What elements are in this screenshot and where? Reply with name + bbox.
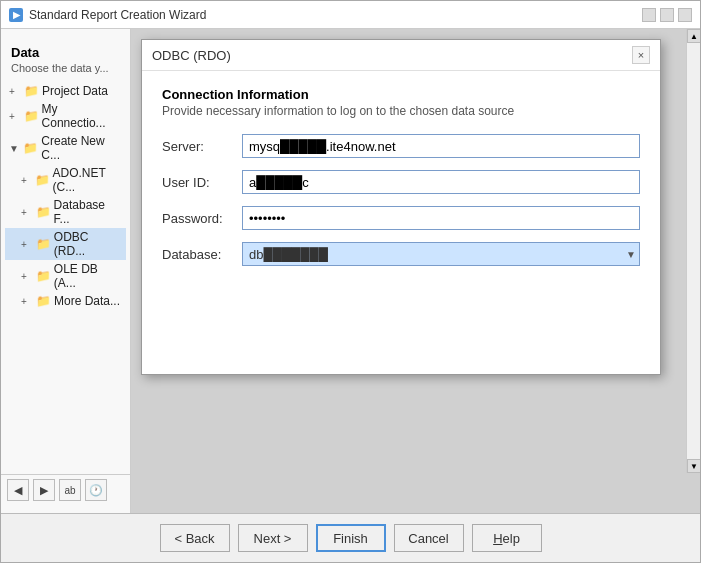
left-panel: Data Choose the data y... + 📁 Project Da… <box>1 29 131 513</box>
tree-label: OLE DB (A... <box>54 262 122 290</box>
tree-expander: + <box>21 239 33 250</box>
modal-spacer <box>162 278 640 358</box>
tree-label: ODBC (RD... <box>54 230 122 258</box>
section-title: Connection Information <box>162 87 640 102</box>
folder-icon: 📁 <box>36 269 51 283</box>
userid-input[interactable] <box>242 170 640 194</box>
tree-item-my-connections[interactable]: + 📁 My Connectio... <box>5 100 126 132</box>
tree-label: My Connectio... <box>42 102 122 130</box>
section-subtitle: Provide necessary information to log on … <box>162 104 640 118</box>
folder-icon: 📁 <box>36 237 51 251</box>
tree-expander: + <box>21 271 33 282</box>
tree-expander: + <box>21 296 33 307</box>
maximize-button[interactable] <box>660 8 674 22</box>
modal-body: Connection Information Provide necessary… <box>142 71 660 374</box>
folder-icon: 📁 <box>24 109 39 123</box>
tree-expander: + <box>21 207 33 218</box>
left-panel-header: Data Choose the data y... <box>1 37 130 78</box>
left-panel-subtitle: Choose the data y... <box>11 62 120 74</box>
userid-row: User ID: <box>162 170 640 194</box>
tree-item-more-data[interactable]: + 📁 More Data... <box>5 292 126 310</box>
folder-icon: 📁 <box>23 141 38 155</box>
folder-icon: 📁 <box>36 205 51 219</box>
server-label: Server: <box>162 139 242 154</box>
wizard-body: Data Choose the data y... + 📁 Project Da… <box>1 29 700 513</box>
left-panel-title: Data <box>11 45 120 60</box>
wizard-title: Standard Report Creation Wizard <box>29 8 636 22</box>
tree-item-database-files[interactable]: + 📁 Database F... <box>5 196 126 228</box>
left-toolbar: ◀ ▶ ab 🕐 <box>1 474 130 505</box>
tree-expander: ▼ <box>9 143 20 154</box>
tree-label: Create New C... <box>41 134 122 162</box>
minimize-button[interactable] <box>642 8 656 22</box>
wizard-titlebar: ▶ Standard Report Creation Wizard <box>1 1 700 29</box>
toolbar-clock-btn[interactable]: 🕐 <box>85 479 107 501</box>
tree-item-oledb[interactable]: + 📁 OLE DB (A... <box>5 260 126 292</box>
database-select[interactable]: db███████ <box>242 242 640 266</box>
folder-icon: 📁 <box>24 84 39 98</box>
userid-label: User ID: <box>162 175 242 190</box>
right-scrollbar[interactable]: ▲ ▼ <box>686 29 700 473</box>
database-row: Database: db███████ ▼ <box>162 242 640 266</box>
tree-label: Project Data <box>42 84 108 98</box>
tree-expander: + <box>9 86 21 97</box>
close-button[interactable] <box>678 8 692 22</box>
toolbar-forward-btn[interactable]: ▶ <box>33 479 55 501</box>
data-source-tree: + 📁 Project Data + 📁 My Connectio... ▼ 📁… <box>1 78 130 474</box>
modal-titlebar: ODBC (RDO) × <box>142 40 660 71</box>
folder-icon: 📁 <box>35 173 50 187</box>
cancel-button[interactable]: Cancel <box>394 524 464 552</box>
bottom-bar: < Back Next > Finish Cancel Help <box>1 513 700 562</box>
help-button[interactable]: Help <box>472 524 542 552</box>
modal-overlay: ODBC (RDO) × Connection Information Prov… <box>131 29 700 513</box>
modal-close-button[interactable]: × <box>632 46 650 64</box>
tree-item-adonet[interactable]: + 📁 ADO.NET (C... <box>5 164 126 196</box>
database-select-wrapper: db███████ ▼ <box>242 242 640 266</box>
tree-item-odbc[interactable]: + 📁 ODBC (RD... <box>5 228 126 260</box>
tree-item-project-data[interactable]: + 📁 Project Data <box>5 82 126 100</box>
back-button[interactable]: < Back <box>160 524 230 552</box>
tree-label: More Data... <box>54 294 120 308</box>
password-row: Password: <box>162 206 640 230</box>
next-button[interactable]: Next > <box>238 524 308 552</box>
scroll-down-button[interactable]: ▼ <box>687 459 700 473</box>
tree-label: ADO.NET (C... <box>53 166 122 194</box>
tree-label: Database F... <box>54 198 122 226</box>
wizard-icon: ▶ <box>9 8 23 22</box>
main-content: ODBC (RDO) × Connection Information Prov… <box>131 29 700 513</box>
password-input[interactable] <box>242 206 640 230</box>
modal-title: ODBC (RDO) <box>152 48 231 63</box>
tree-expander: + <box>21 175 32 186</box>
wizard-window: ▶ Standard Report Creation Wizard Data C… <box>0 0 701 563</box>
scroll-track <box>687 43 700 459</box>
tree-item-create-new[interactable]: ▼ 📁 Create New C... <box>5 132 126 164</box>
password-label: Password: <box>162 211 242 226</box>
finish-button[interactable]: Finish <box>316 524 386 552</box>
server-input[interactable] <box>242 134 640 158</box>
folder-icon: 📁 <box>36 294 51 308</box>
tree-expander: + <box>9 111 21 122</box>
toolbar-text-btn[interactable]: ab <box>59 479 81 501</box>
database-label: Database: <box>162 247 242 262</box>
server-row: Server: <box>162 134 640 158</box>
scroll-up-button[interactable]: ▲ <box>687 29 700 43</box>
toolbar-back-btn[interactable]: ◀ <box>7 479 29 501</box>
odbc-dialog: ODBC (RDO) × Connection Information Prov… <box>141 39 661 375</box>
